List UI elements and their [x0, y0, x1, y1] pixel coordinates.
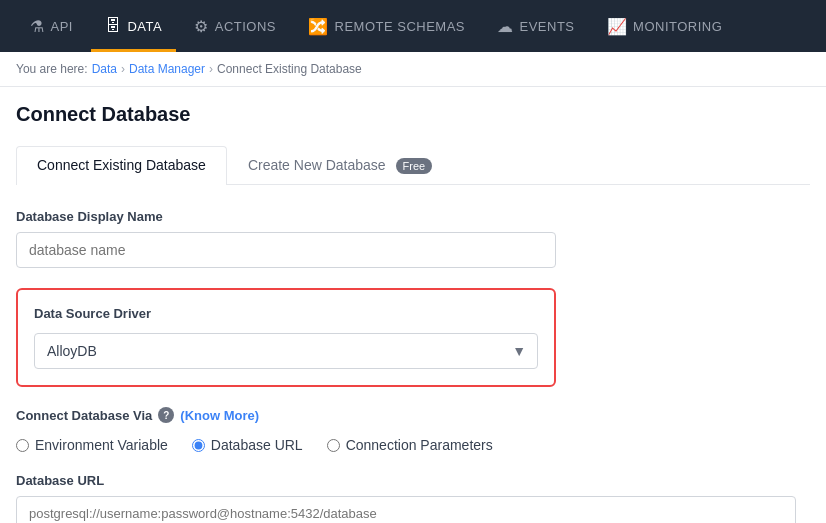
nav-item-monitoring[interactable]: 📈 MONITORING — [593, 0, 737, 52]
driver-box: Data Source Driver AlloyDB PostgreSQL My… — [16, 288, 556, 387]
events-icon: ☁ — [497, 17, 514, 36]
db-url-input[interactable] — [16, 496, 796, 523]
page-title: Connect Database — [16, 103, 810, 126]
display-name-input[interactable] — [16, 232, 556, 268]
tabs-container: Connect Existing Database Create New Dat… — [16, 146, 810, 185]
radio-conn-params-input[interactable] — [327, 439, 340, 452]
tab-connect-existing[interactable]: Connect Existing Database — [16, 146, 227, 185]
display-name-group: Database Display Name — [16, 209, 556, 268]
nav-label-data: DATA — [127, 19, 162, 34]
breadcrumb: You are here: Data › Data Manager › Conn… — [0, 52, 826, 87]
api-icon: ⚗ — [30, 17, 45, 36]
radio-env-var-input[interactable] — [16, 439, 29, 452]
nav-label-remote-schemas: REMOTE SCHEMAS — [335, 19, 466, 34]
nav-item-remote-schemas[interactable]: 🔀 REMOTE SCHEMAS — [294, 0, 479, 52]
help-icon[interactable]: ? — [158, 407, 174, 423]
know-more-link[interactable]: (Know More) — [180, 408, 259, 423]
data-icon: 🗄 — [105, 17, 122, 35]
nav-item-events[interactable]: ☁ EVENTS — [483, 0, 589, 52]
nav-item-api[interactable]: ⚗ API — [16, 0, 87, 52]
breadcrumb-text: You are here: — [16, 62, 88, 76]
radio-conn-params-label: Connection Parameters — [346, 437, 493, 453]
driver-select-wrapper: AlloyDB PostgreSQL MySQL MS SQL Server B… — [34, 333, 538, 369]
breadcrumb-sep-2: › — [209, 62, 213, 76]
top-navigation: ⚗ API 🗄 DATA ⚙ ACTIONS 🔀 REMOTE SCHEMAS … — [0, 0, 826, 52]
nav-label-monitoring: MONITORING — [633, 19, 722, 34]
driver-label: Data Source Driver — [34, 306, 538, 321]
breadcrumb-sep-1: › — [121, 62, 125, 76]
driver-select[interactable]: AlloyDB PostgreSQL MySQL MS SQL Server B… — [34, 333, 538, 369]
nav-item-data[interactable]: 🗄 DATA — [91, 0, 176, 52]
radio-env-var-label: Environment Variable — [35, 437, 168, 453]
monitoring-icon: 📈 — [607, 17, 628, 36]
breadcrumb-data[interactable]: Data — [92, 62, 117, 76]
actions-icon: ⚙ — [194, 17, 209, 36]
display-name-label: Database Display Name — [16, 209, 556, 224]
radio-env-var[interactable]: Environment Variable — [16, 437, 168, 453]
tab-free-badge: Free — [396, 158, 433, 174]
form-section: Database Display Name Data Source Driver… — [16, 209, 556, 523]
page-content: Connect Database Connect Existing Databa… — [0, 87, 826, 523]
connect-via-label: Connect Database Via — [16, 408, 152, 423]
radio-db-url-label: Database URL — [211, 437, 303, 453]
nav-label-api: API — [51, 19, 73, 34]
radio-conn-params[interactable]: Connection Parameters — [327, 437, 493, 453]
tab-create-new-label: Create New Database — [248, 157, 386, 173]
tab-create-new[interactable]: Create New Database Free — [227, 146, 453, 184]
connect-via-row: Connect Database Via ? (Know More) — [16, 407, 556, 423]
nav-item-actions[interactable]: ⚙ ACTIONS — [180, 0, 290, 52]
breadcrumb-current: Connect Existing Database — [217, 62, 362, 76]
breadcrumb-data-manager[interactable]: Data Manager — [129, 62, 205, 76]
radio-group: Environment Variable Database URL Connec… — [16, 437, 556, 453]
radio-db-url[interactable]: Database URL — [192, 437, 303, 453]
db-url-group: Database URL — [16, 473, 556, 523]
radio-db-url-input[interactable] — [192, 439, 205, 452]
db-url-label: Database URL — [16, 473, 556, 488]
nav-label-actions: ACTIONS — [215, 19, 276, 34]
nav-label-events: EVENTS — [520, 19, 575, 34]
remote-schemas-icon: 🔀 — [308, 17, 329, 36]
